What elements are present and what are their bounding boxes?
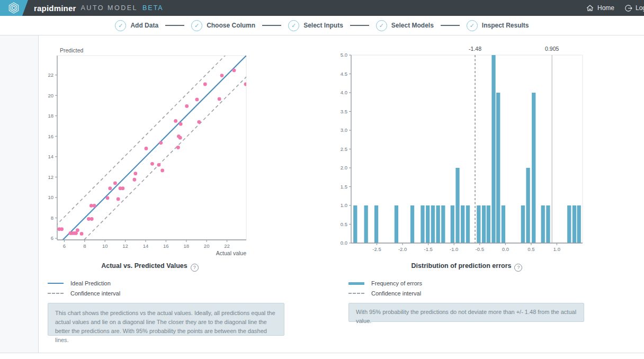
step-label: Inspect Results bbox=[482, 22, 529, 29]
svg-text:4.5: 4.5 bbox=[341, 71, 347, 77]
progress-stepper: ✓ Add Data ✓ Choose Column ✓ Select Inpu… bbox=[0, 16, 644, 35]
svg-text:12: 12 bbox=[122, 243, 128, 249]
svg-text:2.0: 2.0 bbox=[341, 165, 347, 170]
step-connector bbox=[350, 25, 369, 26]
bottom-divider bbox=[0, 353, 644, 353]
legend-dashed-swatch bbox=[48, 293, 64, 294]
step-label: Add Data bbox=[130, 22, 158, 29]
svg-text:5.0: 5.0 bbox=[341, 52, 347, 58]
scatter-chart-title: Actual vs. Predicted Values? bbox=[45, 262, 255, 272]
step-select-inputs[interactable]: ✓ Select Inputs bbox=[288, 20, 343, 31]
legend-bar-swatch bbox=[348, 282, 364, 285]
svg-text:8: 8 bbox=[83, 243, 86, 249]
legend-item: Frequency of errors bbox=[348, 280, 422, 286]
step-connector bbox=[262, 25, 281, 26]
svg-text:12: 12 bbox=[48, 174, 53, 180]
logout-icon bbox=[624, 4, 632, 12]
svg-text:2.5: 2.5 bbox=[341, 146, 347, 152]
legend-item: Confidence interval bbox=[348, 290, 422, 297]
error-distribution-chart: -1.480.9050.00.51.01.52.02.53.03.54.04.5… bbox=[339, 45, 591, 259]
svg-text:16: 16 bbox=[163, 243, 169, 249]
check-icon: ✓ bbox=[115, 20, 126, 31]
svg-text:20: 20 bbox=[48, 93, 53, 98]
step-choose-column[interactable]: ✓ Choose Column bbox=[191, 20, 255, 31]
scatter-legend: Ideal Prediction Confidence interval bbox=[48, 280, 120, 297]
svg-text:10: 10 bbox=[102, 243, 108, 249]
rapidminer-logo bbox=[0, 0, 28, 16]
step-label: Choose Column bbox=[207, 22, 255, 29]
svg-text:6: 6 bbox=[51, 235, 53, 241]
svg-text:1.5: 1.5 bbox=[341, 184, 347, 190]
legend-line-swatch bbox=[48, 283, 64, 284]
svg-text:8: 8 bbox=[51, 215, 53, 221]
svg-text:22: 22 bbox=[224, 243, 230, 249]
check-icon: ✓ bbox=[191, 20, 202, 31]
step-select-models[interactable]: ✓ Select Models bbox=[376, 20, 434, 31]
product-name: AUTO MODEL bbox=[81, 4, 138, 12]
brand-name: rapidminer bbox=[34, 4, 76, 13]
home-button[interactable]: Home bbox=[586, 0, 614, 16]
svg-text:14: 14 bbox=[48, 154, 53, 159]
svg-text:-1.0: -1.0 bbox=[450, 246, 458, 252]
svg-text:1.0: 1.0 bbox=[553, 246, 560, 252]
svg-text:-2.0: -2.0 bbox=[398, 246, 407, 252]
legend-label: Frequency of errors bbox=[371, 280, 422, 286]
step-connector bbox=[165, 25, 184, 26]
left-gutter bbox=[0, 35, 39, 353]
svg-text:0.5: 0.5 bbox=[341, 221, 347, 227]
check-icon: ✓ bbox=[467, 20, 478, 31]
svg-text:0.905: 0.905 bbox=[545, 46, 559, 52]
step-label: Select Models bbox=[391, 22, 434, 29]
legend-label: Confidence interval bbox=[70, 290, 120, 297]
help-icon[interactable]: ? bbox=[191, 264, 199, 272]
svg-text:3.0: 3.0 bbox=[341, 127, 347, 133]
svg-text:20: 20 bbox=[204, 243, 210, 249]
rapidminer-logo-icon bbox=[8, 2, 20, 14]
svg-text:16: 16 bbox=[48, 133, 53, 139]
svg-text:6: 6 bbox=[63, 243, 66, 249]
beta-badge: BETA bbox=[142, 4, 164, 12]
app-header: rapidminer AUTO MODEL BETA Home Logout bbox=[0, 0, 644, 16]
svg-text:14: 14 bbox=[143, 243, 149, 249]
svg-text:18: 18 bbox=[48, 113, 53, 119]
home-label: Home bbox=[597, 4, 614, 12]
svg-text:Predicted: Predicted bbox=[60, 47, 84, 53]
legend-item: Confidence interval bbox=[48, 290, 120, 297]
help-icon[interactable]: ? bbox=[514, 264, 522, 272]
histogram-info-box: With 95% probability the predictions do … bbox=[348, 303, 584, 322]
histogram-chart-title: Distribution of prediction errors? bbox=[350, 262, 584, 272]
scatter-info-box: This chart shows the predictions vs the … bbox=[48, 303, 284, 336]
check-icon: ✓ bbox=[376, 20, 387, 31]
svg-text:Actual value: Actual value bbox=[216, 250, 246, 256]
svg-text:-0.5: -0.5 bbox=[476, 246, 484, 252]
legend-label: Ideal Prediction bbox=[70, 280, 111, 286]
step-connector bbox=[441, 25, 460, 26]
svg-text:-1.48: -1.48 bbox=[469, 46, 481, 52]
svg-text:0.0: 0.0 bbox=[341, 240, 347, 246]
home-icon bbox=[586, 4, 594, 12]
svg-text:4.0: 4.0 bbox=[341, 89, 347, 95]
svg-text:10: 10 bbox=[48, 194, 53, 200]
step-label: Select Inputs bbox=[303, 22, 343, 29]
svg-text:18: 18 bbox=[183, 243, 189, 249]
step-add-data[interactable]: ✓ Add Data bbox=[115, 20, 158, 31]
svg-text:-2.5: -2.5 bbox=[372, 246, 381, 252]
actual-vs-predicted-chart: 68101214161820226810121416182022Predicte… bbox=[45, 45, 257, 259]
logout-button[interactable]: Logout bbox=[624, 0, 644, 16]
legend-label: Confidence interval bbox=[371, 290, 421, 297]
app-wordmark: rapidminer AUTO MODEL BETA bbox=[34, 0, 164, 16]
logout-label: Logout bbox=[636, 4, 644, 12]
legend-dashed-swatch bbox=[348, 293, 364, 294]
svg-text:-1.5: -1.5 bbox=[424, 246, 432, 252]
check-icon: ✓ bbox=[288, 20, 299, 31]
svg-text:22: 22 bbox=[48, 72, 53, 78]
svg-text:3.5: 3.5 bbox=[341, 109, 347, 114]
svg-text:0.5: 0.5 bbox=[527, 246, 534, 252]
svg-text:0.0: 0.0 bbox=[502, 246, 509, 252]
histogram-legend: Frequency of errors Confidence interval bbox=[348, 280, 422, 297]
legend-item: Ideal Prediction bbox=[48, 280, 120, 286]
svg-text:1.0: 1.0 bbox=[341, 202, 347, 208]
auto-model-results-page: rapidminer AUTO MODEL BETA Home Logout ✓… bbox=[0, 0, 644, 359]
step-inspect-results[interactable]: ✓ Inspect Results bbox=[467, 20, 529, 31]
